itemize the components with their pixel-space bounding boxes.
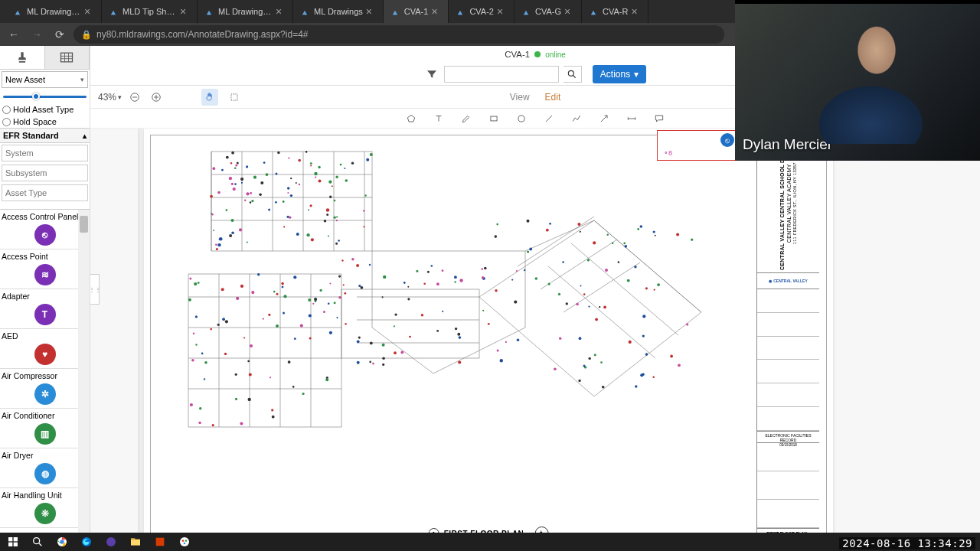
svg-point-129 [229,234,232,237]
tab-close-button[interactable]: × [564,6,575,17]
stamp-icon [15,50,30,65]
tab-edit[interactable]: Edit [545,92,561,103]
asset-palette-item[interactable]: Access Control Panel⎋ [0,210,90,249]
svg-point-87 [335,176,338,178]
asset-type-input[interactable] [2,184,88,201]
asset-palette-item[interactable]: Air Handling Unit❊ [0,488,90,528]
browser-tab[interactable]: ⟁ML Drawings Emerg…× [198,0,293,23]
icon-size-slider[interactable] [3,91,87,102]
nav-forward-button[interactable]: → [28,25,46,44]
taskbar-app-icon[interactable] [101,533,121,550]
search-input[interactable] [444,66,559,83]
circle-tool-button[interactable] [513,110,530,127]
subsystem-input[interactable] [2,165,88,181]
browser-tab[interactable]: ⟁CVA-R× [582,0,648,23]
tab-view[interactable]: View [510,92,530,103]
start-button[interactable] [3,533,23,550]
shape-pentagon-button[interactable] [403,110,420,127]
asset-label: Air Dryer [2,450,88,461]
svg-point-95 [325,378,328,381]
asset-palette-item[interactable]: Air Conditioner▥ [0,409,90,448]
svg-point-74 [442,311,443,312]
svg-point-81 [343,284,345,285]
zoom-level[interactable]: 43% ▾ [98,92,122,103]
svg-point-10 [273,291,276,293]
nav-reload-button[interactable]: ⟳ [51,25,69,44]
tab-close-button[interactable]: × [631,6,642,17]
asset-palette-item[interactable]: AED♥ [0,329,90,369]
comment-tool-button[interactable] [651,110,668,127]
text-tool-button[interactable] [430,110,447,127]
nav-back-button[interactable]: ← [5,25,23,44]
svg-point-77 [527,220,530,223]
asset-scrollbar[interactable] [78,210,90,533]
svg-point-184 [212,167,215,170]
svg-point-110 [225,320,228,323]
taskbar-explorer-icon[interactable] [126,533,145,550]
zoom-in-button[interactable] [148,89,165,106]
sidebar-mode-grid[interactable] [45,46,90,69]
document-title: CVA-1 [505,50,530,59]
taskbar-app3-icon[interactable] [175,533,194,550]
sidebar-collapse-handle[interactable]: ⋮⋮ [90,274,100,305]
asset-palette-item[interactable]: Access Point≋ [0,249,90,289]
svg-point-54 [607,234,609,236]
taskbar-chrome-icon[interactable] [52,533,72,550]
tab-close-button[interactable]: × [84,6,95,17]
hold-space-checkbox[interactable]: Hold Space [0,116,90,128]
svg-point-50 [296,182,297,184]
system-input[interactable] [2,145,88,161]
tab-close-button[interactable]: × [276,6,286,17]
polyline-tool-button[interactable] [568,110,585,127]
taskbar-edge-icon[interactable] [77,533,96,550]
svg-point-70 [562,261,564,263]
line-tool-button[interactable] [541,110,557,127]
drawing-canvas[interactable]: ⎋ ∘8 [90,129,980,533]
arrow-tool-button[interactable] [596,110,612,127]
asset-palette-item[interactable]: Air Compressor✲ [0,369,90,409]
asset-label: Air Compressor [2,370,88,382]
filter-button[interactable] [424,67,439,82]
efr-standard-header[interactable]: EFR Standard [0,128,90,143]
tab-close-button[interactable]: × [431,6,442,17]
new-asset-select[interactable]: New Asset [2,71,88,88]
url-field[interactable]: 🔒 ny80.mldrawings.com/AnnotateDrawing.as… [74,25,724,44]
asset-palette-item[interactable]: AdapterT [0,289,90,329]
asset-label: Adapter [2,291,88,302]
svg-point-131 [231,231,234,234]
dimension-tool-button[interactable] [623,110,640,127]
svg-point-175 [338,276,341,278]
browser-tab[interactable]: ⟁CVA-2× [449,0,514,23]
svg-point-121 [283,295,286,298]
rect-tool-button[interactable] [485,110,502,127]
tab-close-button[interactable]: × [180,6,191,17]
svg-point-160 [517,339,520,342]
svg-point-197 [436,282,439,285]
tab-close-button[interactable]: × [366,6,377,17]
svg-point-126 [495,235,498,238]
zoom-out-button[interactable] [126,89,143,106]
pan-tool-button[interactable] [201,89,218,106]
svg-point-168 [358,337,361,339]
svg-point-289 [314,298,317,301]
browser-tab[interactable]: ⟁MLD Tip Sheet - Bui…× [102,0,198,23]
browser-tab[interactable]: ⟁ML Drawings Emerg…× [6,0,102,23]
taskbar-app2-icon[interactable] [150,533,170,550]
browser-tab[interactable]: ⟁CVA-G× [514,0,582,23]
pen-tool-button[interactable] [458,110,475,127]
hold-asset-type-checkbox[interactable]: Hold Asset Type [0,103,90,116]
asset-palette-item[interactable]: Air Dryer◍ [0,448,90,488]
tab-close-button[interactable]: × [497,6,508,17]
browser-tab[interactable]: ⟁ML Drawings× [293,0,384,23]
sidebar-mode-stamp[interactable] [0,46,45,69]
svg-point-141 [382,357,385,360]
svg-point-99 [618,261,620,263]
actions-button[interactable]: Actions▾ [593,65,646,83]
svg-point-243 [290,178,292,179]
select-tool-button[interactable] [226,89,243,106]
svg-rect-291 [14,537,18,541]
browser-tab[interactable]: ⟁CVA-1× [384,0,449,23]
svg-point-238 [642,373,645,377]
taskbar-search-button[interactable] [28,533,47,550]
search-button[interactable] [564,66,582,83]
